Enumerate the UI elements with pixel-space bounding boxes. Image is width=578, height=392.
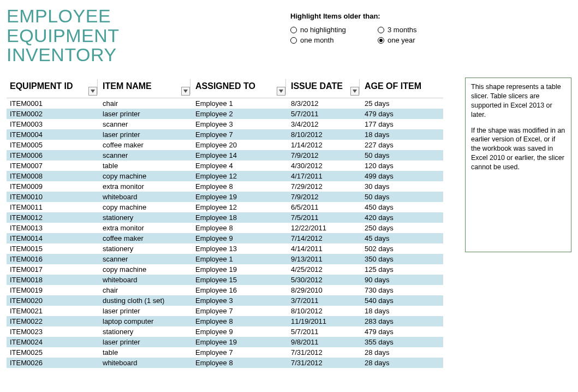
cell-name: copy machine (99, 264, 192, 275)
table-row[interactable]: ITEM0011copy machineEmployee 126/5/20114… (7, 202, 443, 212)
radio-icon (378, 27, 384, 33)
table-row[interactable]: ITEM0003scannerEmployee 33/4/2012177 day… (7, 119, 443, 129)
table-row[interactable]: ITEM0005coffee makerEmployee 201/14/2012… (7, 140, 443, 150)
table-row[interactable]: ITEM0008copy machineEmployee 124/17/2011… (7, 171, 443, 181)
table-row[interactable]: ITEM0004laser printerEmployee 78/10/2012… (7, 129, 443, 140)
table-row[interactable]: ITEM0006scannerEmployee 147/9/201250 day… (7, 150, 443, 161)
cell-date: 9/13/2011 (288, 254, 361, 264)
cell-name: laser printer (99, 337, 192, 347)
cell-id: ITEM0009 (7, 181, 99, 192)
table-row[interactable]: ITEM0017copy machineEmployee 194/25/2012… (7, 264, 443, 275)
table-row[interactable]: ITEM0023stationeryEmployee 95/7/2011479 … (7, 326, 443, 337)
cell-date: 4/17/2011 (288, 171, 361, 181)
cell-id: ITEM0007 (7, 161, 99, 171)
cell-id: ITEM0011 (7, 202, 99, 212)
cell-name: coffee maker (99, 140, 192, 150)
cell-date: 8/10/2012 (288, 129, 361, 140)
highlight-controls: Highlight Items older than: no highlight… (290, 12, 460, 44)
radio-icon (290, 37, 297, 44)
cell-id: ITEM0026 (7, 358, 99, 368)
cell-age: 227 days (361, 140, 443, 150)
col-header-age: AGE OF ITEM (361, 76, 443, 98)
cell-age: 355 days (361, 337, 443, 347)
slicer-text-1: This shape represents a table slicer. Ta… (471, 82, 565, 120)
filter-button-name[interactable] (181, 87, 190, 96)
table-row[interactable]: ITEM0001chairEmployee 18/3/201225 days (7, 98, 443, 109)
cell-name: copy machine (99, 171, 192, 181)
radio-icon (290, 27, 297, 33)
cell-age: 450 days (361, 202, 443, 212)
radio-3-months[interactable]: 3 months (378, 26, 460, 34)
cell-name: stationery (99, 326, 192, 337)
cell-assigned: Employee 2 (192, 109, 288, 119)
cell-date: 11/19/2011 (288, 316, 361, 326)
cell-age: 502 days (361, 243, 443, 254)
cell-date: 4/14/2011 (288, 243, 361, 254)
table-row[interactable]: ITEM0021laser printerEmployee 78/10/2012… (7, 306, 443, 316)
radio-one-month[interactable]: one month (290, 36, 372, 44)
cell-age: 28 days (361, 358, 443, 368)
col-header-assigned: ASSIGNED TO (192, 76, 288, 98)
cell-name: table (99, 161, 192, 171)
cell-id: ITEM0022 (7, 316, 99, 326)
table-row[interactable]: ITEM0019chairEmployee 168/29/2010730 day… (7, 285, 443, 295)
cell-age: 350 days (361, 254, 443, 264)
radio-label: one year (388, 36, 415, 44)
table-row[interactable]: ITEM0012stationeryEmployee 187/5/2011420… (7, 212, 443, 223)
filter-button-assigned[interactable] (277, 87, 285, 96)
cell-assigned: Employee 8 (192, 358, 288, 368)
cell-name: whiteboard (99, 275, 192, 285)
table-row[interactable]: ITEM0022laptop computerEmployee 811/19/2… (7, 316, 443, 326)
radio-no-highlighting[interactable]: no highlighting (290, 26, 372, 34)
cell-date: 7/29/2012 (288, 181, 361, 192)
cell-age: 18 days (361, 306, 443, 316)
cell-id: ITEM0005 (7, 140, 99, 150)
filter-button-date[interactable] (350, 87, 359, 96)
cell-date: 7/5/2011 (288, 212, 361, 223)
cell-name: laptop computer (99, 316, 192, 326)
cell-age: 90 days (361, 275, 443, 285)
slicer-placeholder: This shape represents a table slicer. Ta… (465, 78, 571, 252)
table-row[interactable]: ITEM0016scannerEmployee 19/13/2011350 da… (7, 254, 443, 264)
table-row[interactable]: ITEM0014coffee makerEmployee 97/14/20124… (7, 233, 443, 243)
table-row[interactable]: ITEM0009extra monitorEmployee 87/29/2012… (7, 181, 443, 192)
cell-date: 3/4/2012 (288, 119, 361, 129)
cell-assigned: Employee 20 (192, 140, 288, 150)
cell-id: ITEM0015 (7, 243, 99, 254)
cell-assigned: Employee 9 (192, 233, 288, 243)
cell-age: 45 days (361, 233, 443, 243)
slicer-text-2: If the shape was modified in an earlier … (471, 126, 565, 172)
table-row[interactable]: ITEM0002laser printerEmployee 25/7/20114… (7, 109, 443, 119)
cell-age: 50 days (361, 192, 443, 202)
cell-id: ITEM0017 (7, 264, 99, 275)
cell-assigned: Employee 12 (192, 202, 288, 212)
cell-age: 499 days (361, 171, 443, 181)
table-row[interactable]: ITEM0013extra monitorEmployee 812/22/201… (7, 223, 443, 233)
cell-id: ITEM0014 (7, 233, 99, 243)
cell-assigned: Employee 15 (192, 275, 288, 285)
table-row[interactable]: ITEM0026whiteboardEmployee 87/31/201228 … (7, 358, 443, 368)
cell-id: ITEM0019 (7, 285, 99, 295)
table-row[interactable]: ITEM0015stationeryEmployee 134/14/201150… (7, 243, 443, 254)
table-row[interactable]: ITEM0024laser printerEmployee 199/8/2011… (7, 337, 443, 347)
cell-age: 50 days (361, 150, 443, 161)
cell-name: scanner (99, 254, 192, 264)
cell-name: laser printer (99, 129, 192, 140)
table-row[interactable]: ITEM0007tableEmployee 44/30/2012120 days (7, 161, 443, 171)
table-row[interactable]: ITEM0010whiteboardEmployee 197/9/201250 … (7, 192, 443, 202)
radio-one-year[interactable]: one year (378, 36, 460, 44)
cell-age: 420 days (361, 212, 443, 223)
table-row[interactable]: ITEM0018whiteboardEmployee 155/30/201290… (7, 275, 443, 285)
title-line-3: INVENTORY (7, 44, 117, 65)
cell-assigned: Employee 7 (192, 347, 288, 358)
table-row[interactable]: ITEM0025tableEmployee 77/31/201228 days (7, 347, 443, 358)
table-row[interactable]: ITEM0020dusting cloth (1 set)Employee 33… (7, 295, 443, 306)
col-header-id: EQUIPMENT ID (7, 76, 99, 98)
filter-button-id[interactable] (88, 87, 97, 96)
cell-assigned: Employee 9 (192, 326, 288, 337)
cell-id: ITEM0004 (7, 129, 99, 140)
cell-name: whiteboard (99, 358, 192, 368)
cell-assigned: Employee 18 (192, 212, 288, 223)
cell-assigned: Employee 19 (192, 337, 288, 347)
cell-assigned: Employee 3 (192, 295, 288, 306)
